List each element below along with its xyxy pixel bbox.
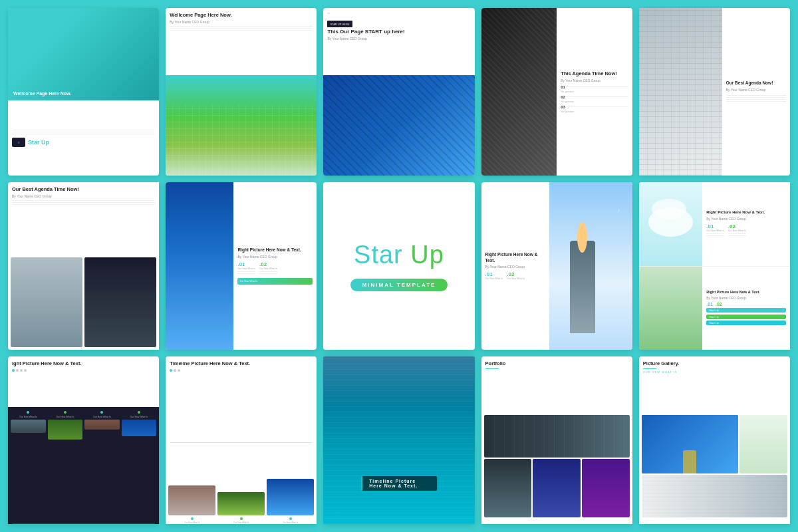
s7-heading: Right Picture Here Now & Text.	[706, 210, 786, 215]
s8-sub: By Your Name CEO Group	[237, 255, 313, 259]
slide-this-our-page[interactable]: " STAR UP HERE This Our Page START up he…	[323, 8, 474, 176]
slide-portfolio[interactable]: Timeline Picture Here Now & Text.	[323, 356, 474, 524]
s8-heading: Right Picture Here Now & Text.	[237, 247, 313, 253]
hero-title: Star Up	[354, 241, 444, 269]
s15-heading: Picture Gallery.	[643, 360, 786, 367]
s5-sub: By Your Name CEO Group	[726, 88, 786, 92]
s3-heading: This Our Page START up here!	[327, 29, 470, 35]
s14-heading: Portfolio	[485, 360, 628, 367]
s7-sub: By Your Name CEO Group	[706, 217, 786, 221]
s12-heading: Timeline Picture Here Now & Text.	[170, 360, 313, 367]
s5-heading: Our Best Agenda Now!	[726, 80, 786, 86]
slide-right-pic-water[interactable]: Right Picture Here Now & Text. By Your N…	[166, 182, 317, 350]
s9-sub: By Your Name CEO Group	[485, 265, 545, 269]
s2-heading: Wellcome Page Here Now.	[170, 12, 313, 19]
s13-heading: Timeline Picture Here Now & Text.	[369, 479, 430, 488]
slide-timeline-dark[interactable]: ight Picture Here Now & Text. Our New Wh…	[8, 356, 159, 524]
s4-heading: This Agenda Time Now!	[561, 70, 628, 77]
s3-sub: By Your Name CEO Group	[327, 37, 470, 41]
s11-heading: ight Picture Here Now & Text.	[12, 360, 155, 367]
s1-logo: Star Up	[28, 139, 49, 146]
slide-wellcome-teal[interactable]: Wellcome Page Here Now. S Star Up	[8, 8, 159, 176]
s2-sub: By Your Name CEO Group	[170, 20, 313, 24]
slide-right-pic-cloud[interactable]: Right Picture Here Now & Text. By Your N…	[639, 182, 790, 350]
s7b-heading: Right Picture Here Now & Text.	[706, 290, 786, 295]
s6-heading: Our Best Agenda Time Now!	[12, 186, 155, 193]
slide-agenda[interactable]: This Agenda Time Now! By Your Name CEO G…	[481, 8, 632, 176]
slide-wellcome-white[interactable]: Wellcome Page Here Now. By Your Name CEO…	[166, 8, 317, 176]
s15-sub: OUR NEW WHAT IS	[643, 370, 786, 374]
slide-picture-gallery-white[interactable]: Picture Gallery. OUR NEW WHAT IS	[639, 356, 790, 524]
slide-timeline-white[interactable]: Timeline Picture Here Now & Text. Our Ne…	[166, 356, 317, 524]
s7b-sub: By Your Name CEO Group	[706, 296, 786, 300]
s9-heading: Right Picture Here Now & Text.	[485, 252, 545, 263]
slide-right-pic-person[interactable]: Right Picture Here Now & Text. By Your N…	[481, 182, 632, 350]
hero-badge: MINIMAL TEMPLATE	[350, 279, 448, 291]
hero-slide: Star Up MINIMAL TEMPLATE	[323, 182, 474, 350]
main-grid: Wellcome Page Here Now. S Star Up Wellco…	[0, 0, 798, 532]
s3-dark-label: STAR UP HERE	[330, 23, 349, 26]
slide-picture-gallery-dark[interactable]: Portfolio	[481, 356, 632, 524]
s6-sub: By Your Name CEO Group	[12, 194, 155, 198]
s1-lines	[12, 128, 155, 136]
s4-sub: By Your Name CEO Group	[561, 78, 628, 82]
slide-best-agenda-building[interactable]: Our Best Agenda Now! By Your Name CEO Gr…	[639, 8, 790, 176]
s1-heading: Wellcome Page Here Now.	[13, 90, 154, 96]
slide-best-agenda-left[interactable]: Our Best Agenda Time Now! By Your Name C…	[8, 182, 159, 350]
